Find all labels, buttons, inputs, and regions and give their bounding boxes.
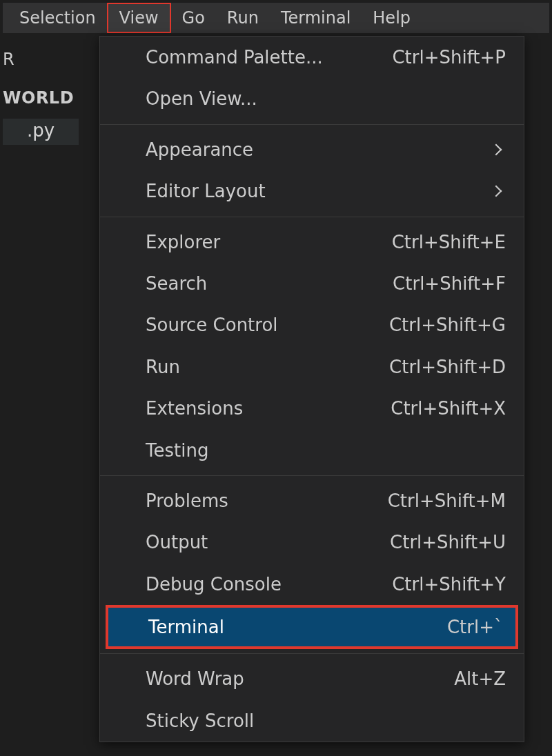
menu-item-debug-console[interactable]: Debug ConsoleCtrl+Shift+Y <box>100 564 524 605</box>
menu-item-run[interactable]: RunCtrl+Shift+D <box>100 346 524 388</box>
menu-item-label: Word Wrap <box>146 666 454 691</box>
menu-go[interactable]: Go <box>171 3 216 33</box>
menu-item-label: Open View... <box>146 86 506 111</box>
menu-item-search[interactable]: SearchCtrl+Shift+F <box>100 263 524 304</box>
view-menu-dropdown: Command Palette...Ctrl+Shift+POpen View.… <box>99 36 524 742</box>
menu-item-shortcut: Ctrl+Shift+P <box>392 45 506 70</box>
menu-item-label: Command Palette... <box>146 45 392 70</box>
menu-separator <box>100 124 524 125</box>
menu-terminal[interactable]: Terminal <box>270 3 362 33</box>
menu-view[interactable]: View <box>107 3 171 33</box>
menu-item-label: Source Control <box>146 312 389 337</box>
menu-item-label: Problems <box>146 488 388 513</box>
menu-item-label: Search <box>146 271 393 296</box>
menu-item-word-wrap[interactable]: Word WrapAlt+Z <box>100 658 524 699</box>
menu-item-shortcut: Ctrl+Shift+U <box>390 530 506 555</box>
menu-item-testing[interactable]: Testing <box>100 430 524 471</box>
window-frame: SelectionViewGoRunTerminalHelp R WORLD .… <box>3 3 549 753</box>
menu-item-problems[interactable]: ProblemsCtrl+Shift+M <box>100 480 524 521</box>
menu-item-label: Output <box>146 530 390 555</box>
menu-item-label: Debug Console <box>146 572 392 597</box>
sidebar: R WORLD .py <box>3 33 99 145</box>
menu-separator <box>100 475 524 476</box>
menu-item-extensions[interactable]: ExtensionsCtrl+Shift+X <box>100 388 524 429</box>
menu-item-appearance[interactable]: Appearance <box>100 129 524 170</box>
sidebar-file-item[interactable]: .py <box>3 119 79 145</box>
menu-run[interactable]: Run <box>216 3 270 33</box>
menu-selection[interactable]: Selection <box>8 3 107 33</box>
sidebar-project-name: WORLD <box>3 69 99 108</box>
menu-item-label: Run <box>146 355 389 379</box>
sidebar-section-label: R <box>3 33 99 69</box>
menu-item-label: Explorer <box>146 230 392 255</box>
menu-help[interactable]: Help <box>362 3 422 33</box>
menu-item-shortcut: Ctrl+` <box>447 615 503 639</box>
menu-separator <box>100 653 524 654</box>
menu-item-shortcut: Ctrl+Shift+X <box>391 396 506 421</box>
menu-separator <box>100 217 524 217</box>
menu-item-label: Testing <box>146 438 506 463</box>
menu-item-label: Editor Layout <box>146 179 492 203</box>
menu-item-editor-layout[interactable]: Editor Layout <box>100 170 524 212</box>
menu-item-shortcut: Alt+Z <box>454 666 506 691</box>
menu-item-label: Terminal <box>148 615 447 639</box>
menu-item-label: Extensions <box>146 396 391 421</box>
menu-item-shortcut: Ctrl+Shift+G <box>389 312 506 337</box>
menu-item-shortcut: Ctrl+Shift+E <box>392 230 506 255</box>
menu-item-shortcut: Ctrl+Shift+M <box>388 488 506 513</box>
menu-item-output[interactable]: OutputCtrl+Shift+U <box>100 521 524 563</box>
menu-item-sticky-scroll[interactable]: Sticky Scroll <box>100 700 524 742</box>
menu-item-shortcut: Ctrl+Shift+F <box>393 271 506 296</box>
menubar: SelectionViewGoRunTerminalHelp <box>3 3 549 33</box>
menu-item-source-control[interactable]: Source ControlCtrl+Shift+G <box>100 304 524 346</box>
chevron-right-icon <box>491 143 502 155</box>
menu-item-terminal[interactable]: TerminalCtrl+` <box>106 605 518 649</box>
menu-item-explorer[interactable]: ExplorerCtrl+Shift+E <box>100 221 524 263</box>
menu-item-command-palette[interactable]: Command Palette...Ctrl+Shift+P <box>100 37 524 78</box>
chevron-right-icon <box>491 186 502 197</box>
menu-item-label: Appearance <box>146 137 492 162</box>
menu-item-open-view[interactable]: Open View... <box>100 78 524 119</box>
menu-item-shortcut: Ctrl+Shift+D <box>389 355 506 379</box>
menu-item-label: Sticky Scroll <box>146 708 506 733</box>
menu-item-shortcut: Ctrl+Shift+Y <box>392 572 506 597</box>
